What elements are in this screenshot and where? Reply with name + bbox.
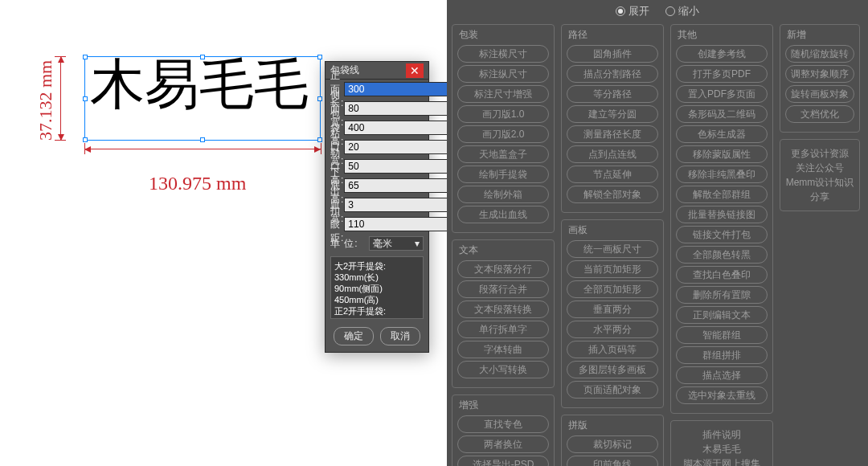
info-block: 插件说明木易毛毛脚本源于网上搜集版权归原作者所有设计资源分享VX：yc15942…: [670, 420, 773, 466]
chevron-down-icon: ▾: [415, 238, 420, 249]
vertical-dimension-arrow: [60, 56, 62, 141]
tool-button[interactable]: 圆角插件: [567, 45, 658, 63]
tool-button[interactable]: 裁切标记: [567, 435, 658, 453]
group-title: 增强: [459, 399, 549, 412]
tool-button[interactable]: 解锁全部对象: [567, 186, 658, 203]
tool-button[interactable]: 标注纵尺寸: [457, 65, 549, 83]
tool-button[interactable]: 移除非纯黑叠印: [676, 166, 768, 183]
info-block: 更多设计资源关注公众号Memm设计知识分享: [780, 139, 860, 211]
tool-button[interactable]: 正则编辑文本: [676, 306, 768, 324]
horizontal-dimension-arrow: [84, 149, 321, 150]
unit-label: 单 位:: [330, 237, 369, 251]
tool-button[interactable]: 查找白色叠印: [676, 266, 768, 284]
radio-on-icon: [616, 6, 625, 16]
panel-tabs: 展开 缩小: [447, 0, 868, 22]
tab-expand-label: 展开: [628, 4, 649, 18]
tool-button[interactable]: 点到点连线: [567, 145, 658, 163]
group-title: 插件说明: [674, 427, 769, 442]
group: 画板统一画板尺寸当前页加矩形全部页加矩形垂直两分水平两分插入页码等多图层转多画板…: [561, 219, 664, 408]
info-line: 脚本源于网上搜集: [674, 456, 769, 466]
tab-collapse[interactable]: 缩小: [665, 4, 699, 18]
vertical-dimension-value: 37.132 mm: [35, 60, 56, 141]
tool-button[interactable]: 批量替换链接图: [676, 206, 768, 223]
group-title: 其他: [678, 28, 768, 42]
radio-off-icon: [665, 6, 675, 16]
tool-button[interactable]: 绘制外箱: [457, 186, 549, 203]
tool-button[interactable]: 群组拼排: [676, 346, 768, 364]
info-line: Memm设计知识分享: [784, 175, 856, 204]
tool-button[interactable]: 页面适配对象: [567, 381, 658, 399]
tool-button[interactable]: 条形码及二维码: [676, 105, 768, 123]
tool-button[interactable]: 描点分割路径: [567, 65, 658, 83]
tool-button[interactable]: 文本段落分行: [457, 260, 549, 278]
tool-button[interactable]: 建立等分圆: [567, 105, 658, 123]
group: 拼版裁切标记印前角线一键拼版自动拼版阵列复制标记线生成: [561, 415, 664, 466]
tool-button[interactable]: 全部颜色转黑: [676, 246, 768, 264]
horizontal-dimension-value: 130.975 mm: [149, 173, 246, 194]
tool-button[interactable]: 调整对象顺序: [785, 65, 854, 83]
tab-expand[interactable]: 展开: [616, 4, 649, 18]
tool-button[interactable]: 描点选择: [676, 366, 768, 384]
tool-button[interactable]: 节点延伸: [567, 166, 658, 183]
selection-bounding-box: [84, 56, 321, 141]
tool-button[interactable]: 随机缩放旋转: [785, 45, 854, 63]
tool-button[interactable]: 全部页加矩形: [567, 280, 658, 298]
plugin-panel: 展开 缩小 包装标注横尺寸标注纵尺寸标注尺寸增强画刀版1.0画刀版2.0天地盖盒…: [447, 0, 868, 466]
tool-button[interactable]: 选中对象去重线: [676, 386, 768, 404]
tool-button[interactable]: 测量路径长度: [567, 125, 658, 143]
info-line: 关注公众号: [784, 161, 856, 175]
tool-button[interactable]: 天地盖盒子: [457, 145, 549, 163]
tool-button[interactable]: 当前页加矩形: [567, 260, 658, 278]
tool-button[interactable]: 生成出血线: [457, 206, 549, 223]
group-title: 拼版: [568, 419, 658, 432]
tool-button[interactable]: 删除所有置隙: [676, 286, 768, 304]
group-title: 文本: [459, 243, 549, 257]
group: 增强直找专色两者换位选择导出-PSD导出jpg选择导出jpg选择增强随机填色: [452, 394, 555, 466]
tool-button[interactable]: 等分路径: [567, 85, 658, 103]
tool-button[interactable]: 字体转曲: [457, 341, 549, 358]
group-title: 路径: [568, 28, 658, 42]
tool-button[interactable]: 水平两分: [567, 321, 658, 338]
dialog-info-box: 大2开手提袋: 330mm(长) 90mm(侧面) 450mm(高) 正2开手提…: [330, 256, 424, 319]
tool-button[interactable]: 色标生成器: [676, 125, 768, 143]
tool-button[interactable]: 文档优化: [785, 105, 854, 123]
tool-button[interactable]: 印前角线: [567, 456, 658, 466]
group: 新增随机缩放旋转调整对象顺序旋转画板对象文档优化: [780, 24, 860, 133]
dialog-close-button[interactable]: ✕: [406, 63, 424, 78]
tool-button[interactable]: 解散全部群组: [676, 186, 768, 203]
tool-button[interactable]: 绘制手提袋: [457, 166, 549, 183]
tool-button[interactable]: 选择导出-PSD: [457, 456, 549, 466]
tool-button[interactable]: 创建参考线: [676, 45, 768, 63]
ok-button[interactable]: 确定: [334, 327, 374, 345]
group: 其他创建参考线打开多页PDF置入PDF多页面条形码及二维码色标生成器移除蒙版属性…: [670, 24, 773, 414]
group-title: 新增: [787, 28, 854, 42]
unit-select-value: 毫米: [373, 237, 392, 251]
tool-button[interactable]: 画刀版1.0: [457, 105, 549, 123]
tool-button[interactable]: 垂直两分: [567, 300, 658, 318]
tool-button[interactable]: 链接文件打包: [676, 226, 768, 243]
tool-button[interactable]: 直找专色: [457, 415, 549, 433]
group-title: 画板: [568, 223, 658, 237]
group: 路径圆角插件描点分割路径等分路径建立等分圆测量路径长度点到点连线节点延伸解锁全部…: [561, 24, 664, 213]
tool-button[interactable]: 两者换位: [457, 435, 549, 453]
tool-button[interactable]: 段落行合并: [457, 280, 549, 298]
bag-line-dialog: 包袋线 ✕ 正面长: 关闭 侧面宽: 包袋高: 粘口宽: 勒口高: 下底高:: [325, 61, 429, 353]
tool-button[interactable]: 移除蒙版属性: [676, 145, 768, 163]
tool-button[interactable]: 文本段落转换: [457, 300, 549, 318]
tool-button[interactable]: 标注横尺寸: [457, 45, 549, 63]
tool-button[interactable]: 标注尺寸增强: [457, 85, 549, 103]
tool-button[interactable]: 智能群组: [676, 326, 768, 344]
group-title: 包装: [459, 28, 549, 42]
tool-button[interactable]: 画刀版2.0: [457, 125, 549, 143]
group: 文本文本段落分行段落行合并文本段落转换单行拆单字字体转曲大小写转换: [452, 239, 555, 388]
cancel-button[interactable]: 取消: [380, 327, 420, 345]
tool-button[interactable]: 打开多页PDF: [676, 65, 768, 83]
tool-button[interactable]: 单行拆单字: [457, 321, 549, 338]
tool-button[interactable]: 插入页码等: [567, 341, 658, 358]
unit-select[interactable]: 毫米 ▾: [369, 236, 424, 251]
tool-button[interactable]: 多图层转多画板: [567, 361, 658, 378]
tool-button[interactable]: 统一画板尺寸: [567, 240, 658, 258]
tool-button[interactable]: 置入PDF多页面: [676, 85, 768, 103]
tool-button[interactable]: 旋转画板对象: [785, 85, 854, 103]
tool-button[interactable]: 大小写转换: [457, 361, 549, 378]
